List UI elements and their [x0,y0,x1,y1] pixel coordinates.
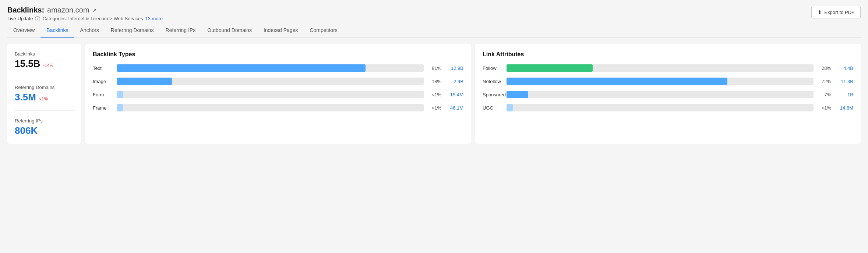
title-row: Backlinks: amazon.com ↗ [7,6,163,14]
bar-pct-image: 18% [427,79,441,84]
tab-competitors[interactable]: Competitors [304,24,343,38]
bar-label-form: Form [93,92,113,97]
bar-track-text [117,64,424,72]
bar-count-ugc: 14.8M [835,105,853,111]
bar-track-frame [117,104,424,111]
bar-row-ugc: UGC <1% 14.8M [483,104,853,111]
referring-domains-label: Referring Domains [15,85,74,90]
tab-anchors[interactable]: Anchors [74,24,105,38]
bar-label-text: Text [93,65,113,71]
bar-pct-follow: 28% [817,65,831,71]
export-label: Export to PDF [824,10,854,15]
bar-row-sponsored: Sponsored 7% 1B [483,91,853,98]
bar-track-image [117,78,424,85]
backlinks-change: -14% [43,63,53,68]
referring-domains-change: <1% [39,96,48,101]
bar-track-form [117,91,424,98]
referring-domains-stat: Referring Domains 3.5M <1% [15,85,74,111]
bar-count-frame: 46.1M [445,105,463,111]
referring-domains-value: 3.5M [15,92,36,103]
bar-row-nofollow: Nofollow 72% 11.3B [483,78,853,85]
bar-count-image: 2.9B [445,79,463,84]
tab-referring-domains[interactable]: Referring Domains [105,24,160,38]
bar-count-text: 12.9B [445,65,463,71]
referring-ips-value: 806K [15,125,38,136]
bar-fill-image [117,78,172,85]
backlink-types-panel: Backlink Types Text 81% 12.9B Image 18% … [85,44,471,144]
bar-fill-nofollow [507,78,727,85]
bar-label-follow: Follow [483,65,503,71]
bar-count-follow: 4.4B [835,65,853,71]
bar-track-nofollow [507,78,814,85]
bar-label-nofollow: Nofollow [483,79,503,84]
bar-label-ugc: UGC [483,105,503,111]
bar-row-image: Image 18% 2.9B [93,78,463,85]
bar-pct-form: <1% [427,92,441,97]
backlinks-value-row: 15.5B -14% [15,58,74,70]
bar-label-sponsored: Sponsored [483,92,503,97]
bar-row-form: Form <1% 15.4M [93,91,463,98]
bar-track-follow [507,64,814,72]
export-icon: ⬆ [818,9,822,15]
tab-outbound-domains[interactable]: Outbound Domains [201,24,258,38]
tab-backlinks[interactable]: Backlinks [40,24,74,38]
subtitle-row: Live Update i Categories: Internet & Tel… [7,16,163,21]
domain-name: amazon.com [47,6,89,14]
content-area: Backlinks 15.5B -14% Referring Domains 3… [7,44,861,144]
bar-fill-follow [507,64,593,72]
bar-count-form: 15.4M [445,92,463,97]
bar-fill-form [117,91,123,98]
bar-fill-sponsored [507,91,528,98]
bar-fill-ugc [507,104,513,111]
more-link[interactable]: 13 more [145,16,163,21]
tab-referring-ips[interactable]: Referring IPs [160,24,202,38]
bar-label-image: Image [93,79,113,84]
link-attributes-title: Link Attributes [483,51,853,58]
bar-label-frame: Frame [93,105,113,111]
stats-panel: Backlinks 15.5B -14% Referring Domains 3… [7,44,81,144]
title-prefix: Backlinks: [7,6,44,14]
tab-bar: Overview Backlinks Anchors Referring Dom… [7,24,861,38]
bar-pct-frame: <1% [427,105,441,111]
bar-row-follow: Follow 28% 4.4B [483,64,853,72]
bar-fill-frame [117,104,123,111]
backlinks-value: 15.5B [15,58,40,69]
bar-row-frame: Frame <1% 46.1M [93,104,463,111]
bar-pct-text: 81% [427,65,441,71]
export-button[interactable]: ⬆ Export to PDF [811,6,861,18]
info-icon[interactable]: i [35,16,40,21]
backlinks-stat: Backlinks 15.5B -14% [15,51,74,77]
bar-fill-text [117,64,366,72]
bar-row-text: Text 81% 12.9B [93,64,463,72]
header: Backlinks: amazon.com ↗ Live Update i Ca… [7,6,861,21]
external-link-icon[interactable]: ↗ [92,7,97,13]
referring-domains-value-row: 3.5M <1% [15,92,74,103]
link-attributes-panel: Link Attributes Follow 28% 4.4B Nofollow… [475,44,861,144]
bar-count-sponsored: 1B [835,92,853,97]
bar-track-sponsored [507,91,814,98]
bar-track-ugc [507,104,814,111]
bar-pct-nofollow: 72% [817,79,831,84]
category-text: Categories: Internet & Telecom > Web Ser… [42,16,143,21]
backlink-types-title: Backlink Types [93,51,463,58]
referring-ips-stat: Referring IPs 806K [15,118,74,136]
bar-count-nofollow: 11.3B [835,79,853,84]
bar-pct-ugc: <1% [817,105,831,111]
backlinks-label: Backlinks [15,51,74,57]
bar-pct-sponsored: 7% [817,92,831,97]
page-wrapper: Backlinks: amazon.com ↗ Live Update i Ca… [0,0,868,151]
header-left: Backlinks: amazon.com ↗ Live Update i Ca… [7,6,163,21]
tab-indexed-pages[interactable]: Indexed Pages [258,24,304,38]
live-update-label: Live Update [7,16,33,21]
referring-ips-label: Referring IPs [15,118,74,124]
tab-overview[interactable]: Overview [7,24,40,38]
